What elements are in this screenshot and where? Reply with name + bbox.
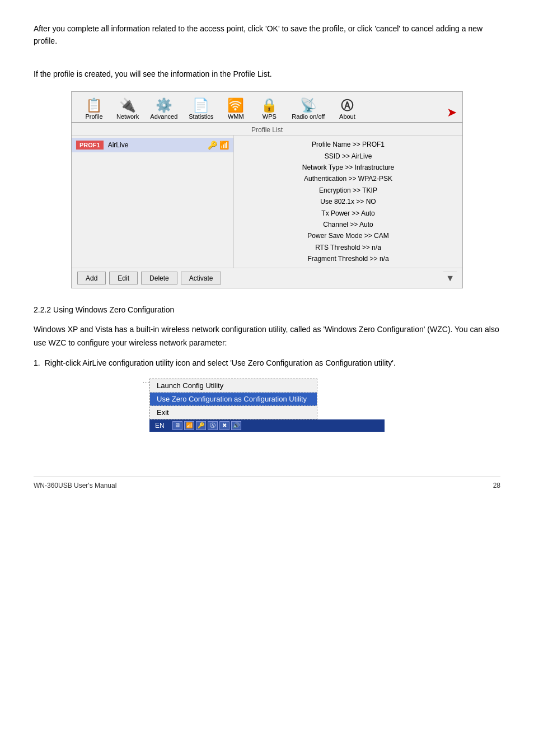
right-panel: Profile Name >> PROF1 SSID >> AirLive Ne…	[234, 136, 462, 268]
detail-profile-name: Profile Name >> PROF1	[240, 139, 457, 150]
taskbar-icons: 🖥 📶 🔑 Ⓐ ✖ 🔊	[172, 421, 241, 430]
profile-icon: 📋	[86, 99, 102, 112]
tab-wps[interactable]: 🔒 WPS	[252, 96, 286, 122]
step1-text: Right-click AirLive configuration utilit…	[45, 358, 396, 367]
tab-statistics-label: Statistics	[189, 113, 213, 120]
ui-screenshot-box: 📋 Profile 🔌 Network ⚙️ Advanced 📄 Statis…	[71, 91, 463, 288]
footer-right: 28	[493, 482, 500, 489]
taskbar-icon-4: Ⓐ	[208, 421, 218, 430]
footer-left: WN-360USB User's Manual	[34, 482, 116, 489]
detail-8021x: Use 802.1x >> NO	[240, 196, 457, 207]
tab-wmm[interactable]: 🛜 WMM	[219, 96, 252, 122]
delete-button[interactable]: Delete	[141, 272, 177, 284]
tab-statistics[interactable]: 📄 Statistics	[183, 96, 219, 122]
context-menu-exit[interactable]: Exit	[150, 406, 317, 419]
tab-profile-label: Profile	[85, 113, 102, 120]
taskbar-icon-1: 🖥	[172, 421, 182, 430]
scroll-down-arrow[interactable]: ▼	[443, 272, 457, 284]
signal-icon: 📶	[219, 141, 229, 150]
tab-about-label: About	[339, 113, 355, 120]
detail-rts: RTS Threshold >> n/a	[240, 242, 457, 253]
detail-network-type: Network Type >> Infrastructure	[240, 162, 457, 173]
taskbar-lang: EN	[155, 422, 165, 430]
activate-button[interactable]: Activate	[181, 272, 222, 284]
detail-txpower: Tx Power >> Auto	[240, 208, 457, 219]
tab-network[interactable]: 🔌 Network	[111, 96, 144, 122]
tab-profile[interactable]: 📋 Profile	[77, 96, 111, 122]
forward-arrow[interactable]: ➤	[447, 105, 457, 122]
context-menu: Launch Config Utility Use Zero Configura…	[149, 379, 317, 419]
tabs-row: 📋 Profile 🔌 Network ⚙️ Advanced 📄 Statis…	[72, 92, 462, 123]
intro-para1: After you complete all information relat…	[34, 22, 500, 48]
tab-radioonoff-label: Radio on/off	[292, 113, 325, 120]
dotted-indicator: ····	[143, 379, 149, 385]
lock-icon: 🔑	[208, 141, 217, 150]
detail-fragment: Fragment Threshold >> n/a	[240, 253, 457, 264]
step1-num: 1.	[34, 358, 40, 367]
buttons-row: Add Edit Delete Activate ▼	[72, 268, 462, 288]
taskbar-icon-3: 🔑	[196, 421, 206, 430]
detail-auth: Authentication >> WPA2-PSK	[240, 173, 457, 184]
wmm-icon: 🛜	[227, 99, 244, 112]
tab-network-label: Network	[116, 113, 139, 120]
main-content: PROF1 AirLive 🔑 📶 Profile Name >> PROF1 …	[72, 136, 462, 268]
taskbar: EN 🖥 📶 🔑 Ⓐ ✖ 🔊	[149, 419, 385, 432]
section-222-heading: 2.2.2 Using Windows Zero Configuration	[34, 305, 500, 314]
detail-powersave: Power Save Mode >> CAM	[240, 230, 457, 241]
profile-icons: 🔑 📶	[208, 141, 229, 150]
edit-button[interactable]: Edit	[109, 272, 138, 284]
taskbar-icon-2: 📶	[184, 421, 194, 430]
detail-ssid: SSID >> AirLive	[240, 151, 457, 162]
tab-wmm-label: WMM	[228, 113, 244, 120]
intro-para2: If the profile is created, you will see …	[34, 68, 500, 80]
about-icon: Ⓐ	[341, 100, 353, 112]
left-panel: PROF1 AirLive 🔑 📶	[72, 136, 234, 268]
detail-encryption: Encryption >> TKIP	[240, 185, 457, 196]
network-icon: 🔌	[119, 99, 136, 112]
add-button[interactable]: Add	[77, 272, 106, 284]
section-222-para1: Windows XP and Vista has a built-in wire…	[34, 323, 500, 349]
profile-list-header: Profile List	[72, 123, 462, 136]
context-menu-wzc[interactable]: Use Zero Configuration as Configuration …	[150, 393, 317, 406]
advanced-icon: ⚙️	[156, 99, 172, 112]
radioonoff-icon: 📡	[300, 99, 317, 112]
taskbar-icon-5: ✖	[219, 421, 229, 430]
tab-advanced[interactable]: ⚙️ Advanced	[144, 96, 183, 122]
profile-name-cell: PROF1	[76, 141, 104, 150]
step1-container: 1. Right-click AirLive configuration uti…	[34, 358, 500, 367]
context-menu-wrapper: ···· Launch Config Utility Use Zero Conf…	[149, 379, 385, 432]
tab-wps-label: WPS	[263, 113, 277, 120]
footer: WN-360USB User's Manual 28	[34, 477, 500, 489]
context-menu-launch[interactable]: Launch Config Utility	[150, 379, 317, 393]
tab-about[interactable]: Ⓐ About	[330, 97, 364, 122]
profile-row[interactable]: PROF1 AirLive 🔑 📶	[72, 138, 233, 152]
wps-icon: 🔒	[261, 99, 278, 112]
tab-radioonoff[interactable]: 📡 Radio on/off	[286, 96, 330, 122]
tab-advanced-label: Advanced	[150, 113, 177, 120]
profile-ssid: AirLive	[108, 141, 208, 149]
statistics-icon: 📄	[193, 99, 209, 112]
detail-channel: Channel >> Auto	[240, 219, 457, 230]
taskbar-icon-6: 🔊	[231, 421, 241, 430]
